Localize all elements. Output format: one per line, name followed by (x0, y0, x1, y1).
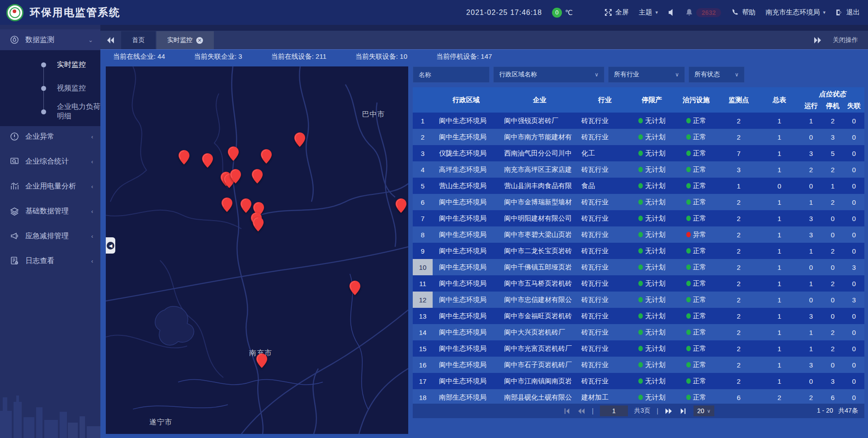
tab-scroll-left-button[interactable] (100, 31, 121, 49)
sidebar-item-1[interactable]: 企业异常‹ (0, 126, 100, 147)
exit-button[interactable]: 退出 (835, 8, 860, 17)
org-selector[interactable]: 南充市生态环境局 ▾ (765, 8, 826, 17)
table-row[interactable]: 9阆中生态环境局阆中市二龙长宝页岩砖砖瓦行业无计划正常21120 (413, 243, 864, 259)
table-row[interactable]: 1阆中生态环境局阆中强锐页岩砖厂砖瓦行业无计划正常21120 (413, 113, 864, 129)
table-row[interactable]: 2阆中生态环境局阆中市南方节能建材有砖瓦行业无计划正常21030 (413, 129, 864, 145)
map-pin-icon[interactable] (396, 198, 406, 213)
table-row[interactable]: 8阆中生态环境局阆中市枣碧大梁山页岩砖瓦行业无计划异常21300 (413, 226, 864, 243)
cell-monitor-count: 2 (719, 198, 759, 206)
table-row[interactable]: 4高坪生态环境局南充市高坪区王家店建砖瓦行业无计划正常31220 (413, 161, 864, 178)
cell-facility-status: 正常 (674, 328, 719, 337)
first-page-button[interactable] (563, 407, 571, 414)
cell-limit-status: 无计划 (630, 344, 674, 353)
sidebar-item-3[interactable]: 企业用电量分析‹ (0, 176, 100, 197)
map-pin-icon[interactable] (241, 198, 251, 213)
map-pin-icon[interactable] (222, 198, 232, 212)
table-row[interactable]: 11阆中生态环境局阆中市五马桥页岩机砖砖瓦行业无计划正常21120 (413, 275, 864, 292)
help-button[interactable]: 帮助 (731, 8, 755, 17)
cell-company: 阆中市江南镇阆南页岩 (500, 377, 580, 386)
chevron-left-icon: ‹ (91, 258, 93, 264)
mute-button[interactable] (668, 9, 675, 16)
sidebar-item-6[interactable]: 日志查看‹ (0, 250, 100, 271)
sidebar-subitem[interactable]: 实时监控 (0, 53, 100, 76)
table-row[interactable]: 18南部生态环境局南部县砚化土砚有限公建材加工无计划正常62260 (413, 389, 864, 404)
status-filter-select[interactable]: 所有状态 ∨ (689, 66, 745, 83)
cell-industry: 砖瓦行业 (580, 165, 630, 174)
cell-industry: 砖瓦行业 (580, 361, 630, 369)
tab-close-icon[interactable]: ✕ (196, 37, 203, 44)
cell-monitor-count: 2 (719, 361, 759, 369)
cell-run-count: 0 (800, 264, 822, 271)
table-row[interactable]: 10阆中生态环境局阆中千佛镇五郎垭页岩砖瓦行业无计划正常21003 (413, 259, 864, 275)
name-filter-input[interactable] (413, 66, 490, 83)
next-page-button[interactable] (665, 407, 673, 414)
last-page-button[interactable] (679, 407, 687, 414)
tab-home[interactable]: 首页 (121, 31, 156, 49)
table-row[interactable]: 13阆中生态环境局阆中市金福旺页岩机砖砖瓦行业无计划正常21300 (413, 308, 864, 324)
theme-selector[interactable]: 主题 ▾ (639, 8, 658, 17)
tab-realtime-monitoring[interactable]: 实时监控 ✕ (156, 31, 214, 49)
map-pin-icon[interactable] (349, 281, 360, 295)
cell-industry: 砖瓦行业 (580, 117, 630, 125)
pager-separator: | (592, 407, 594, 414)
cell-monitor-count: 2 (719, 296, 759, 304)
map-pin-icon[interactable] (252, 169, 263, 184)
table-row[interactable]: 3仪陇生态环境局西南油气田分公司川中化工无计划正常71350 (413, 145, 864, 161)
table-row[interactable]: 14阆中生态环境局阆中大兴页岩机砖厂砖瓦行业无计划正常21120 (413, 324, 864, 340)
sidebar-item-5[interactable]: 应急减排管理‹ (0, 226, 100, 246)
sidebar-item-4[interactable]: 基础数据管理‹ (0, 201, 100, 221)
map-pin-icon[interactable] (230, 169, 241, 184)
page-size-select[interactable]: 20 ∨ (693, 405, 714, 416)
sidebar-subitem-label: 视频监控 (57, 84, 86, 93)
map-pin-icon[interactable] (261, 149, 272, 164)
table-row[interactable]: 7阆中生态环境局阆中明阳建材有限公司砖瓦行业无计划正常21300 (413, 210, 864, 226)
notifications[interactable]: 2632 (685, 8, 721, 17)
cell-monitor-count: 2 (719, 329, 759, 336)
table-row[interactable]: 15阆中生态环境局阆中市光富页岩机砖厂砖瓦行业无计划正常21120 (413, 340, 864, 357)
page-number-input[interactable] (600, 405, 628, 416)
cell-facility-status: 正常 (674, 149, 719, 158)
sidebar-subitem[interactable]: 视频监控 (0, 76, 100, 100)
map-collapse-handle[interactable]: ◀ (106, 237, 115, 254)
cell-stop-count: 0 (822, 231, 844, 239)
industry-filter-select[interactable]: 所有行业 ∨ (608, 66, 685, 83)
table-row[interactable]: 5营山生态环境局营山县润丰肉食品有限食品无计划正常10010 (413, 178, 864, 194)
sidebar-item-0[interactable]: 数据监测⌄ (0, 29, 100, 50)
map-pin-icon[interactable] (294, 132, 305, 147)
table-row[interactable]: 17阆中生态环境局阆中市江南镇阆南页岩砖瓦行业无计划正常21030 (413, 373, 864, 389)
map-panel[interactable]: 巴中市南充市遂宁市 ◀ (106, 66, 408, 434)
map-pin-icon[interactable] (179, 150, 189, 165)
bullet-icon (41, 86, 46, 91)
table-row[interactable]: 16阆中生态环境局阆中市石子页岩机砖厂砖瓦行业无计划正常21300 (413, 357, 864, 373)
cell-row-number: 3 (413, 145, 433, 161)
sidebar-item-label: 数据监测 (25, 35, 54, 45)
org-label: 南充市生态环境局 (765, 8, 820, 17)
sidebar-item-2[interactable]: 企业综合统计‹ (0, 151, 100, 172)
cell-row-number: 5 (413, 178, 433, 194)
cell-limit-status: 无计划 (630, 361, 674, 369)
table-row[interactable]: 6阆中生态环境局阆中市金博瑞新型墙材砖瓦行业无计划正常21120 (413, 194, 864, 210)
table-body: 1阆中生态环境局阆中强锐页岩砖厂砖瓦行业无计划正常211202阆中生态环境局阆中… (413, 113, 864, 404)
cell-monitor-count: 2 (719, 264, 759, 271)
cell-lost-count: 0 (844, 150, 864, 157)
map-pin-icon[interactable] (228, 146, 239, 161)
map-pin-icon[interactable] (202, 153, 213, 168)
cell-monitor-count: 2 (719, 117, 759, 125)
cell-monitor-count: 2 (719, 231, 759, 239)
cell-facility-status: 正常 (674, 165, 719, 174)
cell-limit-status: 无计划 (630, 165, 674, 174)
cell-row-number: 18 (413, 389, 433, 404)
industry-filter-value: 所有行业 (614, 71, 639, 79)
cell-limit-status: 无计划 (630, 198, 674, 207)
status-item: 当前失联企业: 3 (194, 52, 242, 61)
map-pin-icon[interactable] (256, 353, 267, 368)
close-operations-button[interactable]: 关闭操作 (833, 36, 858, 44)
map-pin-icon[interactable] (253, 217, 264, 231)
double-chevron-right-icon[interactable] (814, 37, 821, 43)
region-filter-select[interactable]: 行政区域名称 ∨ (493, 66, 604, 83)
fullscreen-button[interactable]: 全屏 (604, 8, 629, 17)
prev-page-button[interactable] (577, 407, 585, 414)
fullscreen-icon (604, 9, 612, 16)
sidebar-subitem[interactable]: 企业电力负荷明细 (0, 100, 100, 123)
table-row[interactable]: 12阆中生态环境局阆中市忠信建材有限公砖瓦行业无计划正常21003 (413, 292, 864, 308)
